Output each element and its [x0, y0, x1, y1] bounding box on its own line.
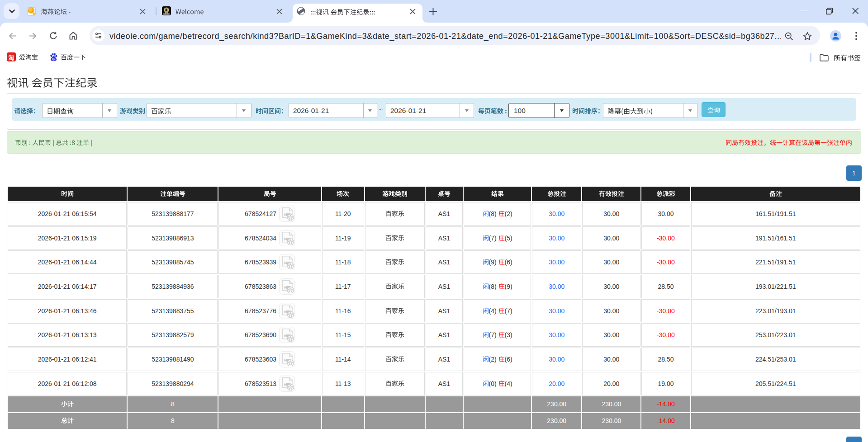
- svg-text:du: du: [52, 56, 56, 60]
